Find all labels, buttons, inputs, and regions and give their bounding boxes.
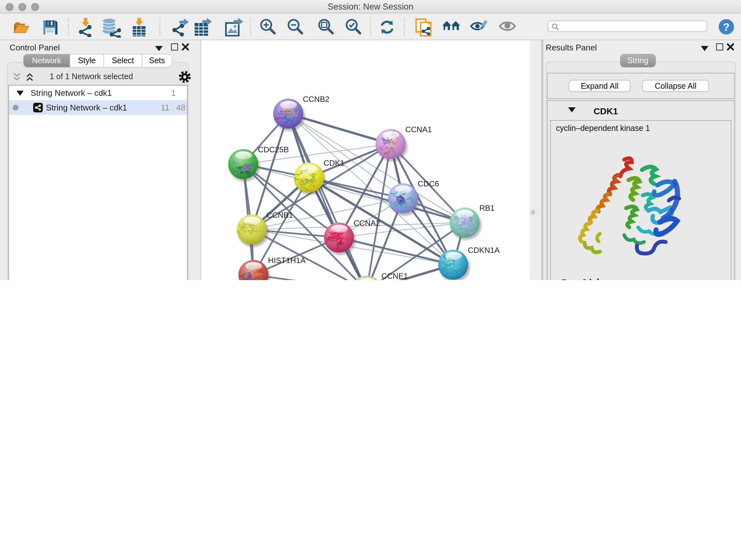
svg-text:CDK1: CDK1 — [324, 159, 345, 167]
svg-text:HIST1H1A: HIST1H1A — [268, 256, 306, 265]
svg-text:CCNA1: CCNA1 — [405, 125, 432, 134]
svg-text:CDC6: CDC6 — [418, 179, 439, 188]
svg-text:CDKN1A: CDKN1A — [468, 246, 500, 254]
svg-text:CDC25B: CDC25B — [258, 145, 289, 154]
svg-text:CCNE1: CCNE1 — [381, 272, 408, 280]
svg-text:RB1: RB1 — [479, 204, 495, 212]
svg-text:CCNB1: CCNB1 — [266, 211, 293, 219]
svg-text:CCNB2: CCNB2 — [303, 95, 329, 104]
svg-text:CCNA2: CCNA2 — [354, 219, 380, 227]
svg-text:?: ? — [723, 21, 730, 33]
